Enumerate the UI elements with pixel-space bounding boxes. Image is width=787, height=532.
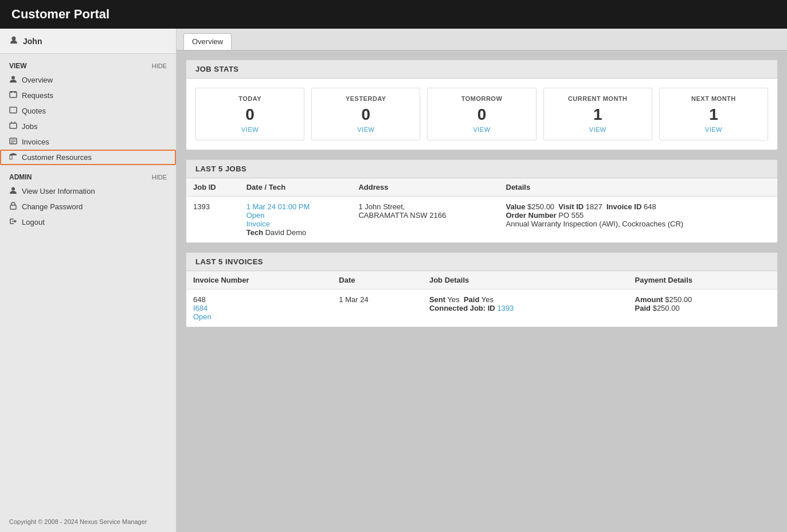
invoice-id-link[interactable]: I684 xyxy=(193,304,207,312)
last5jobs-title: LAST 5 JOBS xyxy=(186,160,777,178)
stat-current-month-value: 1 xyxy=(549,105,647,124)
admin-hide-button[interactable]: HIDE xyxy=(152,174,167,181)
job-date-tech: 1 Mar 24 01:00 PM Open Invoice Tech Davi… xyxy=(240,197,352,243)
last5invoices-body: Invoice Number Date Job Details Payment … xyxy=(186,271,777,327)
view-section-label: VIEW xyxy=(9,62,27,70)
stat-next-month-link[interactable]: VIEW xyxy=(664,126,763,133)
jobs-col-id: Job ID xyxy=(186,178,240,197)
job-id: 1393 xyxy=(186,197,240,243)
sidebar-item-jobs[interactable]: Jobs xyxy=(0,119,176,134)
sidebar-item-change-password[interactable]: Change Password xyxy=(0,199,176,214)
invoice-number-cell: 648 I684 Open xyxy=(186,290,332,327)
svg-rect-5 xyxy=(10,107,17,113)
sidebar-username: John xyxy=(23,37,42,46)
admin-section-header: ADMIN HIDE xyxy=(0,171,176,183)
stat-current-month-label: CURRENT MONTH xyxy=(549,95,647,102)
admin-section-label: ADMIN xyxy=(9,173,32,181)
invoice-open-link[interactable]: Open xyxy=(193,312,212,321)
stat-yesterday: YESTERDAY 0 VIEW xyxy=(311,88,420,140)
svg-rect-12 xyxy=(10,205,16,209)
connected-job-link[interactable]: 1393 xyxy=(497,304,514,312)
invoice-payment-details: Amount $250.00 Paid $250.00 xyxy=(628,290,777,327)
invoices-table-header: Invoice Number Date Job Details Payment … xyxy=(186,271,777,290)
invoices-icon xyxy=(9,137,17,147)
main-content: Overview JOB STATS TODAY 0 VIEW YESTE xyxy=(177,29,787,532)
invoices-col-date: Date xyxy=(332,271,422,290)
sidebar-item-view-user-info[interactable]: View User Information xyxy=(0,183,176,199)
jobs-col-date: Date / Tech xyxy=(240,178,352,197)
sidebar-footer: Copyright © 2008 - 2024 Nexus Service Ma… xyxy=(0,511,176,532)
app-title: Customer Portal xyxy=(11,7,109,21)
stat-tomorrow-label: TOMORROW xyxy=(432,95,531,102)
sidebar-item-jobs-label: Jobs xyxy=(22,122,37,131)
sidebar-item-quotes[interactable]: Quotes xyxy=(0,103,176,119)
stat-next-month-label: NEXT MONTH xyxy=(664,95,763,102)
stat-yesterday-value: 0 xyxy=(316,105,415,124)
view-section-header: VIEW HIDE xyxy=(0,60,176,72)
customer-resources-icon xyxy=(9,152,17,162)
user-icon xyxy=(9,36,18,46)
job-stats-title: JOB STATS xyxy=(186,60,777,79)
app-header: Customer Portal xyxy=(0,0,787,29)
table-row: 648 I684 Open 1 Mar 24 Sent Yes Paid Yes xyxy=(186,290,777,327)
invoices-col-job-details: Job Details xyxy=(422,271,628,290)
requests-icon xyxy=(9,91,17,100)
invoices-table: Invoice Number Date Job Details Payment … xyxy=(186,271,777,327)
stat-current-month-link[interactable]: VIEW xyxy=(549,126,647,133)
tab-bar: Overview xyxy=(177,29,787,50)
lock-icon xyxy=(9,202,17,212)
job-address: 1 John Street, CABRAMATTA NSW 2166 xyxy=(351,197,499,243)
sidebar-item-logout[interactable]: Logout xyxy=(0,214,176,230)
sidebar-item-quotes-label: Quotes xyxy=(22,107,46,115)
view-hide-button[interactable]: HIDE xyxy=(152,62,167,69)
svg-point-0 xyxy=(12,37,16,41)
sidebar-item-invoices[interactable]: Invoices xyxy=(0,134,176,150)
sidebar-item-customer-resources-label: Customer Resources xyxy=(22,153,92,162)
sidebar-item-change-password-label: Change Password xyxy=(22,202,83,211)
quotes-icon xyxy=(9,106,17,116)
sidebar-item-requests[interactable]: Requests xyxy=(0,88,176,103)
job-stats-body: TODAY 0 VIEW YESTERDAY 0 VIEW TOMORROW 0 xyxy=(186,79,777,150)
invoice-job-details: Sent Yes Paid Yes Connected Job: ID 1393 xyxy=(422,290,628,327)
svg-rect-4 xyxy=(14,91,16,93)
jobs-icon xyxy=(9,122,17,131)
job-tech: Tech David Demo xyxy=(246,228,307,237)
table-row: 1393 1 Mar 24 01:00 PM Open Invoice Tech… xyxy=(186,197,777,243)
jobs-table-header: Job ID Date / Tech Address Details xyxy=(186,178,777,197)
stat-tomorrow-value: 0 xyxy=(432,105,531,124)
view-user-icon xyxy=(9,186,17,196)
sidebar-item-overview[interactable]: Overview xyxy=(0,72,176,88)
jobs-col-details: Details xyxy=(499,178,778,197)
stat-today-link[interactable]: VIEW xyxy=(201,126,299,133)
stat-yesterday-link[interactable]: VIEW xyxy=(316,126,415,133)
copyright-text: Copyright © 2008 - 2024 Nexus Service Ma… xyxy=(9,518,147,525)
content-area: JOB STATS TODAY 0 VIEW YESTERDAY 0 VIEW xyxy=(177,50,787,346)
sidebar: John VIEW HIDE Overview xyxy=(0,29,177,532)
stat-tomorrow-link[interactable]: VIEW xyxy=(432,126,531,133)
stat-next-month: NEXT MONTH 1 VIEW xyxy=(659,88,768,140)
sidebar-view-section: VIEW HIDE Overview xyxy=(0,54,176,165)
last5jobs-card: LAST 5 JOBS Job ID Date / Tech Address D… xyxy=(186,159,778,243)
sidebar-admin-section: ADMIN HIDE View User Information xyxy=(0,165,176,230)
tab-overview[interactable]: Overview xyxy=(183,33,232,50)
stat-today-label: TODAY xyxy=(201,95,299,102)
sidebar-item-logout-label: Logout xyxy=(22,218,45,226)
job-open-link[interactable]: Open xyxy=(246,211,265,220)
svg-point-11 xyxy=(11,187,15,191)
svg-rect-6 xyxy=(10,123,17,128)
invoices-col-payment: Payment Details xyxy=(628,271,777,290)
invoices-col-number: Invoice Number xyxy=(186,271,332,290)
jobs-table: Job ID Date / Tech Address Details 1393 … xyxy=(186,178,777,242)
stat-current-month: CURRENT MONTH 1 VIEW xyxy=(543,88,652,140)
tab-overview-label: Overview xyxy=(192,37,223,46)
svg-rect-3 xyxy=(11,91,13,93)
job-invoice-link[interactable]: Invoice xyxy=(246,220,270,228)
svg-point-1 xyxy=(11,76,15,80)
jobs-col-address: Address xyxy=(351,178,499,197)
invoice-date: 1 Mar 24 xyxy=(332,290,422,327)
last5invoices-card: LAST 5 INVOICES Invoice Number Date Job … xyxy=(186,252,778,327)
stat-today-value: 0 xyxy=(201,105,299,124)
sidebar-user: John xyxy=(0,29,176,54)
sidebar-item-customer-resources[interactable]: Customer Resources xyxy=(0,150,176,165)
job-date-link[interactable]: 1 Mar 24 01:00 PM xyxy=(246,202,310,211)
